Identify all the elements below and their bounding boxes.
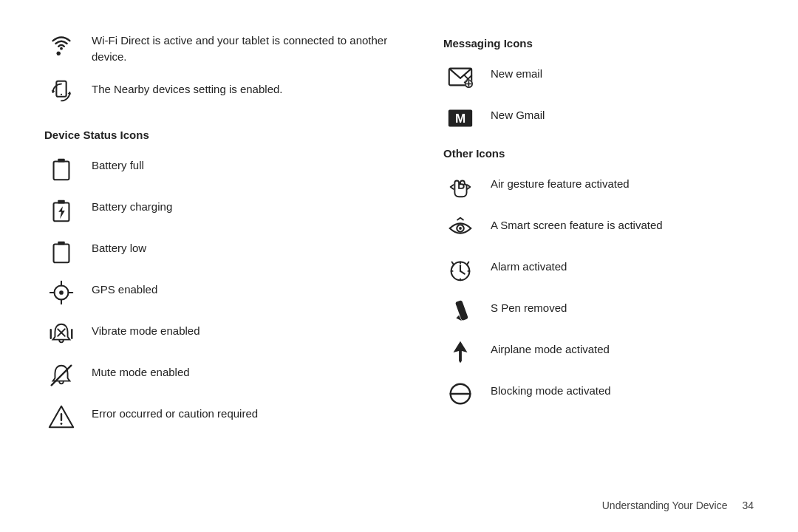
error-icon <box>44 403 78 431</box>
svg-point-6 <box>61 93 62 95</box>
vibrate-mode-icon <box>44 320 78 348</box>
battery-low-icon <box>44 237 78 265</box>
new-gmail-icon: M <box>443 104 477 132</box>
vibrate-mode-text: Vibrate mode enabled <box>92 320 200 339</box>
blocking-mode-icon <box>443 380 477 408</box>
gps-enabled-icon <box>44 279 78 307</box>
alarm-text: Alarm activated <box>491 256 567 275</box>
battery-low-row: Battery low <box>44 237 414 265</box>
error-text: Error occurred or caution required <box>92 403 258 422</box>
airplane-row: Airplane mode activated <box>443 338 754 366</box>
nearby-devices-icon <box>44 78 78 106</box>
air-gesture-text: Air gesture feature activated <box>491 173 630 192</box>
svg-point-29 <box>61 423 63 425</box>
blocking-mode-row: Blocking mode activated <box>443 380 754 408</box>
right-column: Messaging Icons <box>414 30 754 502</box>
nearby-devices-row: The Nearby devices setting is enabled. <box>44 78 414 106</box>
svg-line-43 <box>460 271 465 274</box>
svg-marker-7 <box>52 90 55 93</box>
svg-rect-14 <box>54 244 69 262</box>
device-status-section: Device Status Icons Battery full <box>44 129 414 431</box>
svg-marker-13 <box>58 206 65 219</box>
footer-title: Understanding Your Device <box>602 499 728 511</box>
battery-full-icon <box>44 154 78 183</box>
footer: Understanding Your Device 34 <box>602 499 754 511</box>
vibrate-mode-row: Vibrate mode enabled <box>44 320 414 348</box>
gps-enabled-text: GPS enabled <box>92 279 157 298</box>
alarm-icon <box>443 256 477 284</box>
air-gesture-row: Air gesture feature activated <box>443 173 754 201</box>
svg-point-17 <box>59 290 64 295</box>
mute-mode-text: Mute mode enabled <box>92 361 190 381</box>
svg-rect-9 <box>54 161 69 180</box>
wifi-direct-icon <box>44 30 78 58</box>
new-gmail-row: M New Gmail <box>443 104 754 132</box>
battery-low-text: Battery low <box>92 237 146 256</box>
s-pen-icon <box>443 297 477 325</box>
battery-full-row: Battery full <box>44 154 414 183</box>
battery-full-text: Battery full <box>92 154 144 174</box>
left-column: Wi-Fi Direct is active and your tablet i… <box>44 30 414 502</box>
battery-charging-text: Battery charging <box>92 196 172 215</box>
new-email-text: New email <box>491 63 542 82</box>
air-gesture-icon <box>443 173 477 201</box>
svg-text:M: M <box>455 112 466 126</box>
smart-screen-icon <box>443 214 477 242</box>
smart-screen-text: A Smart screen feature is activated <box>491 214 663 233</box>
new-email-row: New email <box>443 63 754 91</box>
svg-point-0 <box>60 47 63 50</box>
smart-screen-row: A Smart screen feature is activated <box>443 214 754 242</box>
footer-page: 34 <box>742 499 754 511</box>
top-items: Wi-Fi Direct is active and your tablet i… <box>44 30 414 106</box>
svg-rect-10 <box>58 158 65 162</box>
s-pen-row: S Pen removed <box>443 297 754 325</box>
messaging-header: Messaging Icons <box>443 37 754 50</box>
battery-charging-icon <box>44 196 78 224</box>
airplane-text: Airplane mode activated <box>491 338 610 358</box>
wifi-direct-text: Wi-Fi Direct is active and your tablet i… <box>92 30 414 65</box>
airplane-icon <box>443 338 477 366</box>
gps-enabled-row: GPS enabled <box>44 279 414 307</box>
other-header: Other Icons <box>443 147 754 160</box>
messaging-section: Messaging Icons <box>443 37 754 132</box>
mute-mode-row: Mute mode enabled <box>44 361 414 389</box>
svg-rect-15 <box>58 241 65 245</box>
new-gmail-text: New Gmail <box>491 104 545 123</box>
blocking-mode-text: Blocking mode activated <box>491 380 611 399</box>
other-section: Other Icons Air gesture feature activate… <box>443 147 754 408</box>
alarm-row: Alarm activated <box>443 256 754 284</box>
svg-rect-12 <box>58 200 65 203</box>
device-status-header: Device Status Icons <box>44 129 414 141</box>
svg-point-40 <box>459 227 462 230</box>
wifi-direct-row: Wi-Fi Direct is active and your tablet i… <box>44 30 414 65</box>
error-row: Error occurred or caution required <box>44 403 414 431</box>
battery-charging-row: Battery charging <box>44 196 414 224</box>
svg-marker-8 <box>68 92 72 95</box>
s-pen-text: S Pen removed <box>491 297 567 316</box>
mute-mode-icon <box>44 361 78 389</box>
new-email-icon <box>443 63 477 91</box>
nearby-devices-text: The Nearby devices setting is enabled. <box>92 78 282 98</box>
